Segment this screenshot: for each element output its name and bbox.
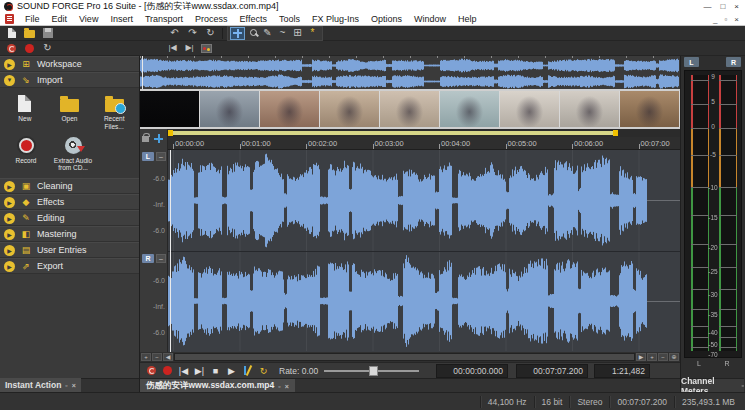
playback-cursor[interactable] <box>170 150 171 352</box>
doc-close-icon[interactable]: × <box>734 15 739 24</box>
doc-restore-icon[interactable]: ▫ <box>724 15 727 24</box>
menu-view[interactable]: View <box>73 14 104 24</box>
meter-l-button[interactable]: L <box>684 57 699 67</box>
left-channel-canvas[interactable] <box>168 150 680 251</box>
sidebar-section-workspace[interactable]: ▶⊞Workspace <box>0 56 139 72</box>
lock-icon[interactable] <box>142 136 149 142</box>
record-icon[interactable] <box>22 42 37 55</box>
move-tool-icon[interactable] <box>154 134 163 143</box>
edit-tool-icon[interactable] <box>230 27 245 40</box>
menu-help[interactable]: Help <box>452 14 483 24</box>
meter-display[interactable]: 950-5-10-15-20-25-30-35-40-50-70 <box>684 70 742 358</box>
import-new-button[interactable]: New <box>6 93 44 131</box>
channel-r-button[interactable]: R <box>142 254 154 263</box>
sidebar-section-export[interactable]: ▶⇗Export <box>0 258 139 274</box>
sidebar-section-import[interactable]: ▼⇘Import <box>0 72 139 88</box>
menu-edit[interactable]: Edit <box>46 14 74 24</box>
magnify-icon[interactable]: ⊕ <box>669 353 679 361</box>
doc-tab-restore-icon[interactable]: ▫ <box>278 383 280 390</box>
play-button[interactable]: ▶ <box>224 364 239 377</box>
magnify-tool-icon[interactable] <box>245 27 260 40</box>
video-frame-8[interactable] <box>560 91 620 127</box>
go-to-start-icon[interactable]: |◀ <box>165 42 180 55</box>
video-frame-7[interactable] <box>500 91 560 127</box>
expand-arrow-icon[interactable]: ▶ <box>4 197 15 208</box>
video-strip[interactable] <box>140 89 680 129</box>
rate-slider[interactable] <box>324 365 419 377</box>
maximize-icon[interactable]: □ <box>720 2 725 11</box>
repeat-icon[interactable]: ↻ <box>203 27 218 40</box>
minimize-channel-icon[interactable]: – <box>156 254 166 263</box>
close-icon[interactable]: × <box>734 2 739 11</box>
float-window-icon[interactable]: ▫ <box>65 382 67 389</box>
end-time-display[interactable]: 00:07:07.200 <box>516 364 588 378</box>
time-ruler[interactable]: 00:00:0000:01:0000:02:0000:03:0000:04:00… <box>168 137 680 150</box>
length-display[interactable]: 1:21,482 <box>594 364 650 378</box>
expand-arrow-icon[interactable]: ▶ <box>4 245 15 256</box>
new-file-icon[interactable] <box>4 27 19 40</box>
video-frame-9[interactable] <box>620 91 680 127</box>
expand-arrow-icon[interactable]: ▶ <box>4 181 15 192</box>
go-to-start-button[interactable]: |◀ <box>176 364 191 377</box>
expand-arrow-icon[interactable]: ▶ <box>4 213 15 224</box>
expand-arrow-icon[interactable]: ▶ <box>4 261 15 272</box>
video-frame-6[interactable] <box>440 91 500 127</box>
sidebar-section-editing[interactable]: ▶✎Editing <box>0 210 139 226</box>
overview-bar[interactable] <box>140 56 680 89</box>
loop-playback-icon[interactable]: ↻ <box>40 42 55 55</box>
menu-options[interactable]: Options <box>365 14 408 24</box>
overview-waveform-canvas[interactable] <box>140 56 680 89</box>
sidebar-section-effects[interactable]: ▶◆Effects <box>0 194 139 210</box>
import-record-button[interactable]: Record <box>6 135 46 173</box>
minimize-icon[interactable]: — <box>703 2 711 11</box>
zoom-out-icon[interactable]: − <box>152 353 162 361</box>
menu-process[interactable]: Process <box>189 14 234 24</box>
video-frame-5[interactable] <box>380 91 440 127</box>
open-file-icon[interactable] <box>22 27 37 40</box>
menu-fx-plug-ins[interactable]: FX Plug-Ins <box>306 14 365 24</box>
menu-transport[interactable]: Transport <box>139 14 189 24</box>
video-frame-1[interactable] <box>140 91 200 127</box>
undo-icon[interactable]: ↶ <box>167 27 182 40</box>
channel-divider[interactable] <box>168 251 680 252</box>
menu-insert[interactable]: Insert <box>104 14 139 24</box>
save-file-icon[interactable] <box>40 27 55 40</box>
play-plugin-chain-button[interactable] <box>240 364 255 377</box>
sidebar-section-user-entries[interactable]: ▶▤User Entries <box>0 242 139 258</box>
import-extract-audio-from-cd--button[interactable]: Extract Audio from CD... <box>53 135 93 173</box>
menu-effects[interactable]: Effects <box>234 14 273 24</box>
loop-end-handle[interactable] <box>613 130 618 136</box>
smart-tool-icon[interactable]: * <box>305 27 320 40</box>
stop-button[interactable]: ■ <box>208 364 223 377</box>
record-remote-icon[interactable] <box>4 42 19 55</box>
envelope-tool-icon[interactable]: ~ <box>275 27 290 40</box>
import-recent-files--button[interactable]: Recent Files... <box>95 93 133 131</box>
go-to-end-icon[interactable]: ▶| <box>182 42 197 55</box>
expand-arrow-icon[interactable]: ▶ <box>4 229 15 240</box>
scroll-right-icon[interactable]: ▶ <box>636 353 646 361</box>
cursor-time-display[interactable]: 00:00:00.000 <box>436 364 508 378</box>
scroll-left-icon[interactable]: ◀ <box>163 353 173 361</box>
import-open-button[interactable]: Open <box>51 93 89 131</box>
tab-instant-action[interactable]: Instant Action ▫ × <box>0 378 81 392</box>
loop-region-row[interactable] <box>140 129 680 137</box>
video-frame-2[interactable] <box>200 91 260 127</box>
meters-float-icon[interactable]: ▫ <box>742 382 744 389</box>
rate-slider-handle[interactable] <box>369 366 378 376</box>
event-tool-icon[interactable]: ⊞ <box>290 27 305 40</box>
scrollbar-thumb[interactable] <box>175 354 634 360</box>
zoom-in-time-icon[interactable]: + <box>647 353 657 361</box>
record-remote-button[interactable] <box>144 364 159 377</box>
channel-meters-title[interactable]: Channel Meters ▫ <box>681 378 744 392</box>
minimize-channel-icon[interactable]: – <box>156 152 166 161</box>
marker-tool-icon[interactable] <box>199 42 214 55</box>
redo-icon[interactable]: ↷ <box>185 27 200 40</box>
zoom-out-time-icon[interactable]: − <box>658 353 668 361</box>
record-button[interactable] <box>160 364 175 377</box>
meter-r-button[interactable]: R <box>726 57 741 67</box>
loop-start-handle[interactable] <box>168 130 173 136</box>
expand-arrow-icon[interactable]: ▼ <box>4 75 15 86</box>
go-to-end-button[interactable]: ▶| <box>192 364 207 377</box>
tab-document[interactable]: 伤感的安详www.ssdax.com.mp4 ▫ × <box>140 379 295 393</box>
doc-tab-close-icon[interactable]: × <box>285 383 289 390</box>
